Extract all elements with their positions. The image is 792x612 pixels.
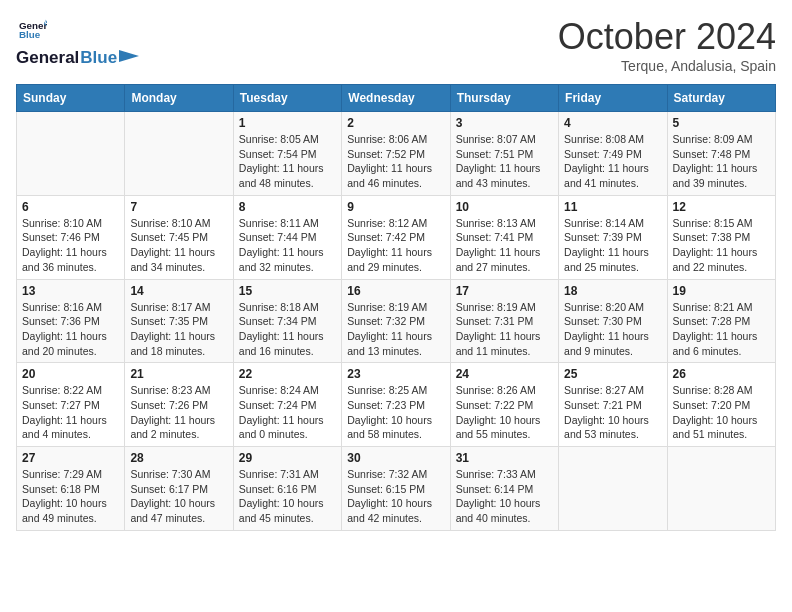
day-number: 14 — [130, 284, 227, 298]
day-detail: Sunrise: 8:16 AMSunset: 7:36 PMDaylight:… — [22, 300, 119, 359]
day-number: 1 — [239, 116, 336, 130]
day-number: 23 — [347, 367, 444, 381]
day-number: 17 — [456, 284, 553, 298]
calendar-day-cell: 29Sunrise: 7:31 AMSunset: 6:16 PMDayligh… — [233, 447, 341, 531]
calendar-week-row: 6Sunrise: 8:10 AMSunset: 7:46 PMDaylight… — [17, 195, 776, 279]
day-detail: Sunrise: 7:33 AMSunset: 6:14 PMDaylight:… — [456, 467, 553, 526]
calendar-day-cell: 22Sunrise: 8:24 AMSunset: 7:24 PMDayligh… — [233, 363, 341, 447]
day-detail: Sunrise: 8:19 AMSunset: 7:32 PMDaylight:… — [347, 300, 444, 359]
day-number: 6 — [22, 200, 119, 214]
title-block: October 2024 Terque, Andalusia, Spain — [558, 16, 776, 74]
calendar-week-row: 27Sunrise: 7:29 AMSunset: 6:18 PMDayligh… — [17, 447, 776, 531]
day-number: 27 — [22, 451, 119, 465]
day-detail: Sunrise: 8:26 AMSunset: 7:22 PMDaylight:… — [456, 383, 553, 442]
day-number: 25 — [564, 367, 661, 381]
calendar-day-cell — [17, 112, 125, 196]
weekday-header: Wednesday — [342, 85, 450, 112]
day-detail: Sunrise: 7:31 AMSunset: 6:16 PMDaylight:… — [239, 467, 336, 526]
weekday-header-row: SundayMondayTuesdayWednesdayThursdayFrid… — [17, 85, 776, 112]
day-detail: Sunrise: 8:27 AMSunset: 7:21 PMDaylight:… — [564, 383, 661, 442]
weekday-header: Thursday — [450, 85, 558, 112]
calendar-day-cell: 24Sunrise: 8:26 AMSunset: 7:22 PMDayligh… — [450, 363, 558, 447]
day-number: 31 — [456, 451, 553, 465]
day-number: 10 — [456, 200, 553, 214]
calendar-day-cell: 17Sunrise: 8:19 AMSunset: 7:31 PMDayligh… — [450, 279, 558, 363]
logo-blue: Blue — [80, 48, 117, 68]
calendar-day-cell: 19Sunrise: 8:21 AMSunset: 7:28 PMDayligh… — [667, 279, 775, 363]
day-number: 12 — [673, 200, 770, 214]
day-detail: Sunrise: 8:06 AMSunset: 7:52 PMDaylight:… — [347, 132, 444, 191]
logo-flag-icon — [119, 50, 139, 66]
calendar-day-cell: 20Sunrise: 8:22 AMSunset: 7:27 PMDayligh… — [17, 363, 125, 447]
day-number: 2 — [347, 116, 444, 130]
month-title: October 2024 — [558, 16, 776, 58]
location: Terque, Andalusia, Spain — [558, 58, 776, 74]
calendar-day-cell: 2Sunrise: 8:06 AMSunset: 7:52 PMDaylight… — [342, 112, 450, 196]
day-detail: Sunrise: 8:21 AMSunset: 7:28 PMDaylight:… — [673, 300, 770, 359]
calendar-day-cell: 28Sunrise: 7:30 AMSunset: 6:17 PMDayligh… — [125, 447, 233, 531]
day-detail: Sunrise: 8:09 AMSunset: 7:48 PMDaylight:… — [673, 132, 770, 191]
calendar-day-cell: 12Sunrise: 8:15 AMSunset: 7:38 PMDayligh… — [667, 195, 775, 279]
weekday-header: Sunday — [17, 85, 125, 112]
day-number: 29 — [239, 451, 336, 465]
day-detail: Sunrise: 8:14 AMSunset: 7:39 PMDaylight:… — [564, 216, 661, 275]
day-number: 22 — [239, 367, 336, 381]
day-detail: Sunrise: 8:24 AMSunset: 7:24 PMDaylight:… — [239, 383, 336, 442]
day-detail: Sunrise: 8:10 AMSunset: 7:46 PMDaylight:… — [22, 216, 119, 275]
day-number: 13 — [22, 284, 119, 298]
calendar-day-cell: 15Sunrise: 8:18 AMSunset: 7:34 PMDayligh… — [233, 279, 341, 363]
day-detail: Sunrise: 8:25 AMSunset: 7:23 PMDaylight:… — [347, 383, 444, 442]
calendar-day-cell: 9Sunrise: 8:12 AMSunset: 7:42 PMDaylight… — [342, 195, 450, 279]
day-detail: Sunrise: 8:17 AMSunset: 7:35 PMDaylight:… — [130, 300, 227, 359]
day-detail: Sunrise: 8:07 AMSunset: 7:51 PMDaylight:… — [456, 132, 553, 191]
day-detail: Sunrise: 7:32 AMSunset: 6:15 PMDaylight:… — [347, 467, 444, 526]
calendar-day-cell — [559, 447, 667, 531]
svg-marker-4 — [119, 50, 139, 62]
calendar-day-cell: 6Sunrise: 8:10 AMSunset: 7:46 PMDaylight… — [17, 195, 125, 279]
svg-text:Blue: Blue — [19, 29, 41, 40]
day-number: 28 — [130, 451, 227, 465]
calendar-day-cell: 1Sunrise: 8:05 AMSunset: 7:54 PMDaylight… — [233, 112, 341, 196]
logo-icon: General Blue — [19, 16, 47, 44]
day-number: 18 — [564, 284, 661, 298]
page-header: General Blue General Blue October 2024 T… — [16, 16, 776, 74]
weekday-header: Tuesday — [233, 85, 341, 112]
calendar-day-cell: 10Sunrise: 8:13 AMSunset: 7:41 PMDayligh… — [450, 195, 558, 279]
calendar-day-cell: 5Sunrise: 8:09 AMSunset: 7:48 PMDaylight… — [667, 112, 775, 196]
calendar-day-cell: 7Sunrise: 8:10 AMSunset: 7:45 PMDaylight… — [125, 195, 233, 279]
calendar-day-cell: 11Sunrise: 8:14 AMSunset: 7:39 PMDayligh… — [559, 195, 667, 279]
day-number: 8 — [239, 200, 336, 214]
calendar-day-cell — [667, 447, 775, 531]
day-number: 26 — [673, 367, 770, 381]
calendar-week-row: 1Sunrise: 8:05 AMSunset: 7:54 PMDaylight… — [17, 112, 776, 196]
day-detail: Sunrise: 7:29 AMSunset: 6:18 PMDaylight:… — [22, 467, 119, 526]
day-detail: Sunrise: 8:13 AMSunset: 7:41 PMDaylight:… — [456, 216, 553, 275]
day-number: 15 — [239, 284, 336, 298]
day-detail: Sunrise: 8:18 AMSunset: 7:34 PMDaylight:… — [239, 300, 336, 359]
calendar-week-row: 13Sunrise: 8:16 AMSunset: 7:36 PMDayligh… — [17, 279, 776, 363]
day-number: 5 — [673, 116, 770, 130]
weekday-header: Saturday — [667, 85, 775, 112]
logo-general: General — [16, 48, 79, 68]
weekday-header: Monday — [125, 85, 233, 112]
calendar-day-cell — [125, 112, 233, 196]
calendar-day-cell: 23Sunrise: 8:25 AMSunset: 7:23 PMDayligh… — [342, 363, 450, 447]
calendar-day-cell: 3Sunrise: 8:07 AMSunset: 7:51 PMDaylight… — [450, 112, 558, 196]
calendar-day-cell: 14Sunrise: 8:17 AMSunset: 7:35 PMDayligh… — [125, 279, 233, 363]
calendar-day-cell: 21Sunrise: 8:23 AMSunset: 7:26 PMDayligh… — [125, 363, 233, 447]
day-detail: Sunrise: 8:10 AMSunset: 7:45 PMDaylight:… — [130, 216, 227, 275]
calendar-day-cell: 27Sunrise: 7:29 AMSunset: 6:18 PMDayligh… — [17, 447, 125, 531]
calendar-day-cell: 16Sunrise: 8:19 AMSunset: 7:32 PMDayligh… — [342, 279, 450, 363]
calendar-day-cell: 26Sunrise: 8:28 AMSunset: 7:20 PMDayligh… — [667, 363, 775, 447]
day-detail: Sunrise: 8:28 AMSunset: 7:20 PMDaylight:… — [673, 383, 770, 442]
calendar-week-row: 20Sunrise: 8:22 AMSunset: 7:27 PMDayligh… — [17, 363, 776, 447]
day-number: 21 — [130, 367, 227, 381]
calendar-day-cell: 31Sunrise: 7:33 AMSunset: 6:14 PMDayligh… — [450, 447, 558, 531]
day-number: 4 — [564, 116, 661, 130]
day-detail: Sunrise: 8:22 AMSunset: 7:27 PMDaylight:… — [22, 383, 119, 442]
day-detail: Sunrise: 8:20 AMSunset: 7:30 PMDaylight:… — [564, 300, 661, 359]
calendar-day-cell: 4Sunrise: 8:08 AMSunset: 7:49 PMDaylight… — [559, 112, 667, 196]
day-detail: Sunrise: 8:15 AMSunset: 7:38 PMDaylight:… — [673, 216, 770, 275]
day-number: 11 — [564, 200, 661, 214]
day-number: 20 — [22, 367, 119, 381]
